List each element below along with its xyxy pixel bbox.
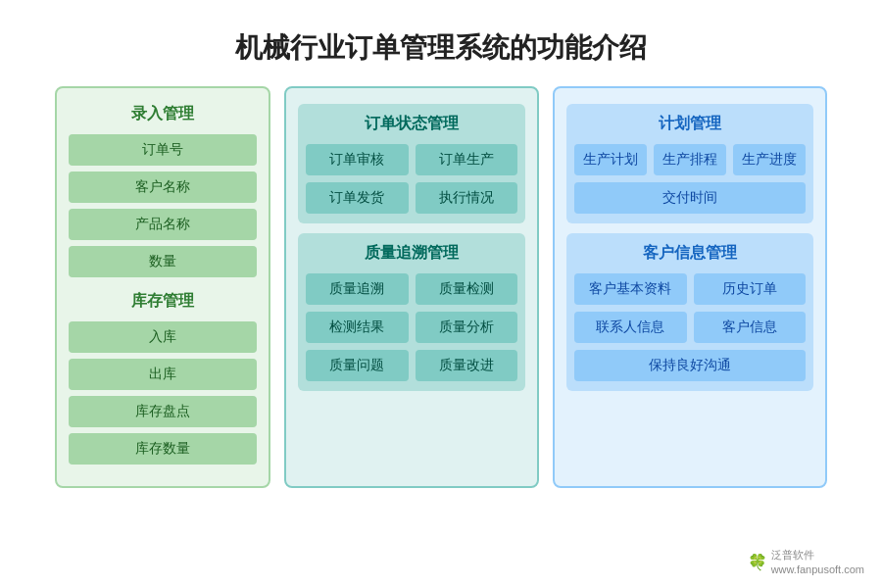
list-item: 检测结果 (306, 312, 409, 343)
list-item: 质量检测 (416, 273, 518, 305)
right-section1-extra: 交付时间 (574, 182, 806, 214)
list-item: 质量改进 (416, 350, 518, 381)
list-item: 客户信息 (694, 312, 807, 343)
list-item: 质量追溯 (306, 273, 409, 305)
mid-section1-title: 订单状态管理 (306, 114, 517, 134)
list-item: 联系人信息 (574, 312, 687, 343)
page-title: 机械行业订单管理系统的功能介绍 (0, 0, 882, 86)
left-column: 录入管理 订单号 客户名称 产品名称 数量 库存管理 入库 出库 库存盘点 库存… (55, 86, 270, 488)
mid-section2-box: 质量追溯管理 质量追溯 质量检测 检测结果 质量分析 质量问题 质量改进 (298, 233, 525, 391)
watermark-logo-icon: 🍀 (748, 553, 767, 571)
watermark: 🍀 泛普软件 www.fanpusoft.com (748, 548, 864, 576)
mid-section2-title: 质量追溯管理 (306, 243, 517, 264)
right-section2-title: 客户信息管理 (574, 243, 806, 264)
list-item: 执行情况 (416, 182, 518, 214)
list-item: 质量分析 (416, 312, 518, 343)
main-columns: 录入管理 订单号 客户名称 产品名称 数量 库存管理 入库 出库 库存盘点 库存… (0, 86, 882, 488)
list-item: 出库 (69, 359, 257, 390)
list-item: 客户基本资料 (574, 273, 687, 305)
list-item: 数量 (69, 246, 257, 277)
list-item: 生产计划 (574, 144, 647, 175)
list-item: 订单发货 (306, 182, 409, 214)
right-section2-extra: 保持良好沟通 (574, 350, 806, 381)
list-item: 库存数量 (69, 433, 257, 465)
mid-column: 订单状态管理 订单审核 订单生产 订单发货 执行情况 质量追溯管理 质量追溯 质… (284, 86, 539, 488)
list-item: 生产进度 (733, 144, 806, 175)
list-item: 订单审核 (306, 144, 409, 175)
right-section2-box: 客户信息管理 客户基本资料 历史订单 联系人信息 客户信息 保持良好沟通 (566, 233, 813, 391)
right-column: 计划管理 生产计划 生产排程 生产进度 交付时间 客户信息管理 客户基本资料 历… (553, 86, 827, 488)
mid-section1-box: 订单状态管理 订单审核 订单生产 订单发货 执行情况 (298, 104, 525, 223)
list-item: 入库 (69, 321, 257, 353)
right-section1-box: 计划管理 生产计划 生产排程 生产进度 交付时间 (566, 104, 813, 223)
list-item: 产品名称 (69, 209, 257, 240)
list-item: 订单号 (69, 134, 257, 166)
list-item: 历史订单 (694, 273, 807, 305)
list-item: 生产排程 (654, 144, 726, 175)
list-item: 客户名称 (69, 172, 257, 203)
left-section1-title: 录入管理 (69, 104, 257, 124)
list-item: 订单生产 (416, 144, 518, 175)
watermark-url: www.fanpusoft.com (771, 563, 864, 576)
list-item: 库存盘点 (69, 396, 257, 427)
list-item: 质量问题 (306, 350, 409, 381)
watermark-brand: 泛普软件 (771, 548, 864, 562)
right-section1-title: 计划管理 (574, 114, 806, 134)
left-section2-title: 库存管理 (69, 291, 257, 312)
